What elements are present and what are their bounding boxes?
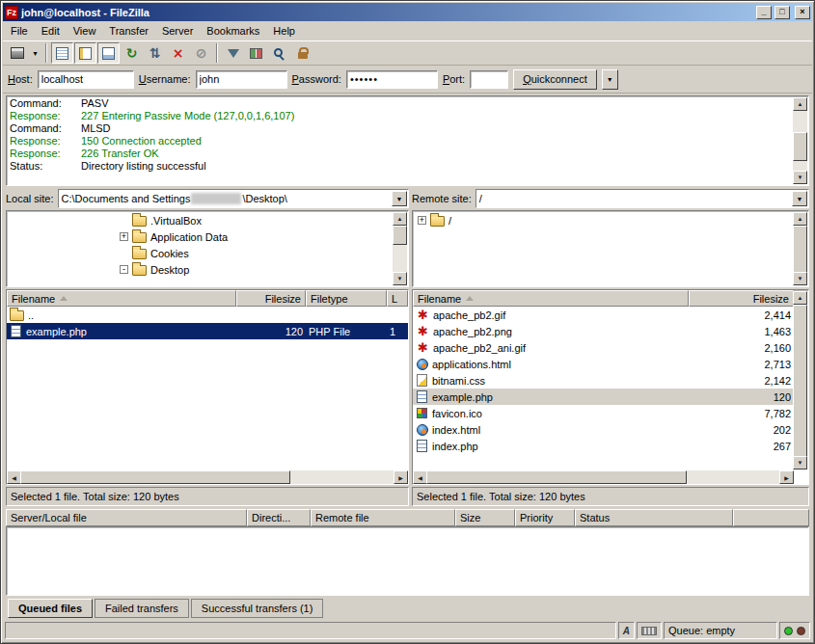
tab-failed-transfers[interactable]: Failed transfers	[95, 599, 189, 618]
file-name-cell: apache_pb2.png	[413, 323, 689, 339]
scroll-up-button[interactable]: ▲	[793, 212, 807, 226]
column-header-filesize[interactable]: Filesize	[236, 290, 306, 307]
site-manager-button[interactable]	[6, 42, 28, 64]
password-input[interactable]	[346, 70, 438, 89]
menu-edit[interactable]: Edit	[35, 22, 67, 40]
cell-text: applications.html	[432, 359, 511, 370]
file-row-parent-directory[interactable]: ..	[7, 307, 408, 323]
queue-column-directi[interactable]: Directi...	[247, 509, 311, 526]
expand-icon[interactable]: +	[418, 216, 426, 225]
log-scrollbar[interactable]: ▲ ▼	[793, 97, 807, 184]
column-header-filesize[interactable]: Filesize	[689, 290, 794, 307]
close-button[interactable]: ×	[795, 6, 810, 19]
file-row-applications-html[interactable]: applications.html2,713	[413, 356, 794, 372]
local-tree-scrollbar[interactable]: ▲ ▼	[393, 212, 407, 285]
scrollbar-thumb[interactable]	[426, 470, 687, 484]
directory-filter-button[interactable]	[222, 42, 244, 64]
chevron-down-icon[interactable]: ▼	[392, 191, 407, 206]
scrollbar-thumb[interactable]	[793, 305, 807, 458]
quickconnect-button[interactable]: Quickconnect	[513, 69, 597, 90]
toggle-message-log-button[interactable]	[51, 42, 73, 64]
scroll-left-button[interactable]: ◀	[413, 470, 427, 484]
quickconnect-dropdown-button[interactable]: ▼	[602, 69, 618, 90]
scroll-down-button[interactable]: ▼	[393, 272, 407, 285]
file-row-index-html[interactable]: index.html202	[413, 421, 794, 438]
local-horizontal-scrollbar[interactable]: ◀ ▶	[7, 470, 408, 484]
menu-help[interactable]: Help	[266, 22, 302, 40]
file-row-example-php[interactable]: example.php120PHP File1	[7, 323, 408, 339]
host-input[interactable]	[38, 70, 134, 89]
tree-item-virtualbox[interactable]: .VirtualBox	[8, 212, 392, 228]
toggle-transfer-queue-button[interactable]	[97, 42, 120, 64]
queue-column-server-local-file[interactable]: Server/Local file	[6, 509, 247, 526]
scrollbar-thumb[interactable]	[20, 470, 290, 484]
sync-browsing-button[interactable]	[291, 42, 313, 64]
disconnect-button[interactable]: ⊘	[190, 42, 212, 64]
collapse-icon[interactable]: -	[120, 265, 128, 274]
scroll-right-button[interactable]: ▶	[394, 470, 408, 484]
remote-vertical-scrollbar[interactable]: ▲ ▼	[793, 291, 807, 470]
scroll-up-button[interactable]: ▲	[793, 291, 807, 305]
file-row-index-php[interactable]: index.php267	[413, 438, 794, 454]
column-header-l[interactable]: L	[387, 290, 408, 307]
menu-server[interactable]: Server	[155, 22, 200, 40]
scrollbar-thumb[interactable]	[793, 132, 807, 161]
scroll-down-button[interactable]: ▼	[793, 171, 807, 184]
menu-file[interactable]: File	[4, 22, 35, 40]
scroll-down-button[interactable]: ▼	[793, 272, 807, 285]
scrollbar-thumb[interactable]	[393, 226, 407, 245]
tree-item-root[interactable]: +/	[414, 212, 792, 228]
tab-successful-transfers-1[interactable]: Successful transfers (1)	[191, 599, 324, 618]
directory-compare-button[interactable]	[245, 42, 267, 64]
tree-item-desktop[interactable]: -Desktop	[8, 261, 392, 278]
transfer-type-indicator[interactable]: A	[618, 622, 635, 639]
title-bar: Fz john@localhost - FileZilla _ □ ×	[3, 3, 812, 21]
scrollbar-thumb[interactable]	[793, 226, 807, 274]
queue-column-remote-file[interactable]: Remote file	[311, 509, 455, 526]
menu-transfer[interactable]: Transfer	[102, 22, 155, 40]
file-row-apache-pb2-png[interactable]: apache_pb2.png1,463	[413, 323, 794, 339]
file-row-favicon-ico[interactable]: favicon.ico7,782	[413, 405, 794, 421]
refresh-button[interactable]: ↻	[121, 42, 143, 64]
site-manager-dropdown-button[interactable]: ▾	[29, 42, 41, 64]
remote-tree-scrollbar[interactable]: ▲ ▼	[793, 212, 807, 285]
scroll-down-button[interactable]: ▼	[793, 456, 807, 470]
log-line: Status:Directory listing successful	[10, 160, 791, 173]
local-site-combo[interactable]: C:\Documents and Settings\Desktop\ ▼	[58, 189, 409, 208]
scroll-up-button[interactable]: ▲	[793, 97, 807, 111]
remote-site-combo[interactable]: / ▼	[475, 189, 809, 208]
file-row-apache-pb2-ani-gif[interactable]: apache_pb2_ani.gif2,160	[413, 339, 794, 356]
file-row-example-php[interactable]: example.php120	[413, 389, 794, 405]
find-files-button[interactable]	[268, 42, 290, 64]
scroll-right-button[interactable]: ▶	[779, 470, 794, 484]
column-header-filetype[interactable]: Filetype	[306, 290, 387, 307]
queue-column-size[interactable]: Size	[455, 509, 515, 526]
tree-item-cookies[interactable]: Cookies	[8, 245, 392, 261]
minimize-button[interactable]: _	[756, 6, 772, 19]
expand-icon[interactable]: +	[120, 232, 128, 241]
remote-horizontal-scrollbar[interactable]: ◀ ▶	[413, 470, 794, 484]
chevron-down-icon[interactable]: ▼	[792, 191, 807, 206]
sort-ascending-icon	[60, 296, 68, 301]
transfer-queue-list[interactable]	[6, 526, 809, 596]
menu-bookmarks[interactable]: Bookmarks	[200, 22, 266, 40]
column-header-label: Status	[580, 512, 610, 523]
menu-view[interactable]: View	[67, 22, 103, 40]
queue-column-status[interactable]: Status	[575, 509, 733, 526]
scroll-left-button[interactable]: ◀	[7, 470, 21, 484]
queue-column-priority[interactable]: Priority	[515, 509, 575, 526]
process-queue-button[interactable]: ⇅	[144, 42, 166, 64]
username-input[interactable]	[196, 70, 287, 89]
keyboard-indicator[interactable]	[637, 622, 662, 639]
tab-queued-files[interactable]: Queued files	[8, 599, 93, 618]
file-row-apache-pb2-gif[interactable]: apache_pb2.gif2,414	[413, 307, 794, 323]
column-header-filename[interactable]: Filename	[7, 290, 236, 307]
column-header-filename[interactable]: Filename	[413, 290, 689, 307]
maximize-button[interactable]: □	[774, 6, 790, 19]
scroll-up-button[interactable]: ▲	[393, 212, 407, 226]
tree-item-application-data[interactable]: +Application Data	[8, 228, 392, 245]
port-input[interactable]	[470, 70, 508, 89]
cancel-operation-button[interactable]: ×	[167, 42, 189, 64]
toggle-directory-trees-button[interactable]	[74, 42, 96, 64]
file-row-bitnami-css[interactable]: bitnami.css2,142	[413, 372, 794, 389]
